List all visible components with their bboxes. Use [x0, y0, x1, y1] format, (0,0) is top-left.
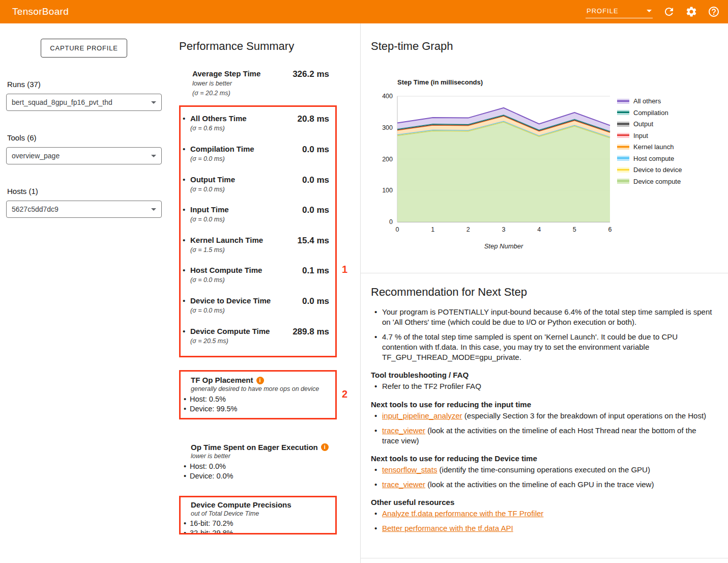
legend-label: Output	[633, 120, 653, 128]
recommendation-link[interactable]: trace_viewer	[382, 480, 425, 489]
metric-label: Input Time	[190, 205, 229, 214]
tools-select-value: overview_page	[12, 152, 60, 160]
hosts-select-value: 5627c5dd7dc9	[12, 205, 59, 213]
legend-item: Kernel launch	[617, 143, 682, 151]
bullet-dot: •	[183, 145, 190, 163]
dashboard-select-value: PROFILE	[587, 7, 619, 15]
chart-title: Step Time (in milliseconds)	[397, 78, 613, 86]
legend-swatch	[617, 99, 629, 104]
recommendation-list: input_pipeline_analyzer (especially Sect…	[371, 411, 715, 446]
metric-label: Output Time	[190, 175, 235, 184]
recommendation-list: tensorflow_stats (identify the time-cons…	[371, 465, 715, 490]
legend-swatch	[617, 179, 629, 184]
tf-op-placement-list: Host: 0.5% Device: 99.5%	[183, 395, 331, 414]
recommendation-item: 4.7 % of the total step time sampled is …	[371, 332, 715, 362]
tools-select[interactable]: overview_page	[6, 147, 162, 164]
hosts-label: Hosts (1)	[7, 187, 161, 195]
chart-wrap: Step Time (in milliseconds) 010020030040…	[374, 78, 613, 250]
chart-legend: All othersCompilationOutputInputKernel l…	[617, 97, 682, 185]
metric-sigma: (σ = 0.0 ms)	[190, 155, 254, 163]
capture-profile-button[interactable]: CAPTURE PROFILE	[41, 39, 127, 58]
right-panel: Step-time Graph Step Time (in millisecon…	[360, 23, 728, 563]
app-title: TensorBoard	[12, 6, 69, 17]
legend-label: Device to device	[633, 166, 682, 174]
svg-text:6: 6	[608, 226, 612, 233]
recommendation-section: Recommendation for Next Step Your progra…	[361, 273, 728, 558]
info-icon[interactable]: i	[321, 443, 329, 451]
sidebar: CAPTURE PROFILE Runs (37) bert_squad_8gp…	[0, 23, 168, 563]
chart-xaxis-label: Step Number	[397, 242, 610, 250]
recommendation-link[interactable]: Better performance with the tf.data API	[382, 524, 513, 532]
metric-sigma: (σ = 0.0 ms)	[190, 307, 271, 315]
legend-swatch	[617, 156, 629, 161]
runs-select-value: bert_squad_8gpu_fp16_pvt_thd	[12, 98, 112, 106]
metrics-list: •All Others Time(σ = 0.6 ms)20.8 ms•Comp…	[181, 109, 335, 352]
annotation-box-2: TF Op Placement i generally desired to h…	[179, 370, 337, 419]
performance-summary-panel: Performance Summary Average Step Time lo…	[168, 23, 360, 563]
recommendation-heading: Other useful resources	[371, 498, 715, 506]
eager-execution-list: Host: 0.0% Device: 0.0%	[183, 462, 331, 481]
info-icon[interactable]: i	[256, 377, 264, 384]
metric-value: 0.1 ms	[302, 266, 329, 285]
refresh-icon[interactable]	[663, 6, 675, 18]
hosts-select[interactable]: 5627c5dd7dc9	[6, 201, 162, 218]
legend-item: Output	[617, 120, 682, 128]
step-time-graph-title: Step-time Graph	[371, 40, 728, 53]
legend-label: Kernel launch	[633, 143, 674, 151]
metric-value: 15.4 ms	[298, 236, 329, 255]
svg-text:100: 100	[382, 187, 393, 194]
metric-value: 326.2 ms	[293, 69, 329, 97]
runs-select[interactable]: bert_squad_8gpu_fp16_pvt_thd	[6, 94, 162, 111]
dashboard-select[interactable]: PROFILE	[586, 5, 653, 18]
metric-sigma: (σ = 0.0 ms)	[190, 276, 262, 285]
metric-label: Device to Device Time	[190, 296, 271, 305]
recommendation-title: Recommendation for Next Step	[371, 286, 715, 299]
device-precisions-subtitle: out of Total Device Time	[191, 510, 331, 518]
metric-row: •Input Time(σ = 0.0 ms)0.0 ms	[181, 200, 335, 231]
chevron-down-icon	[647, 10, 652, 12]
recommendation-link[interactable]: Analyze tf.data performance with the TF …	[382, 509, 543, 518]
annotation-box-3: Device Compute Precisions out of Total D…	[179, 496, 337, 534]
metric-note: lower is better	[192, 80, 260, 88]
legend-swatch	[617, 122, 629, 127]
recommendation-item: input_pipeline_analyzer (especially Sect…	[371, 411, 715, 421]
recommendation-text: (look at the activities on the timeline …	[382, 426, 696, 445]
recommendation-link[interactable]: tensorflow_stats	[382, 465, 437, 474]
tools-label: Tools (6)	[7, 133, 161, 142]
eager-execution-block: Op Time Spent on Eager Execution i lower…	[179, 437, 337, 487]
recommendation-text: Refer to the TF2 Profiler FAQ	[382, 382, 481, 390]
metric-value: 0.0 ms	[302, 205, 329, 224]
metric-sigma: (σ = 0.0 ms)	[190, 186, 235, 194]
recommendation-item: tensorflow_stats (identify the time-cons…	[371, 465, 715, 475]
chevron-down-icon	[151, 208, 156, 211]
svg-text:200: 200	[382, 156, 393, 163]
list-item: 32-bit: 29.8%	[183, 528, 331, 534]
metric-label: Compilation Time	[190, 145, 254, 154]
svg-text:2: 2	[467, 226, 470, 233]
bullet-dot: •	[183, 327, 190, 346]
metric-sigma: (σ = 0.0 ms)	[190, 216, 229, 224]
recommendation-item: Refer to the TF2 Profiler FAQ	[371, 381, 715, 391]
help-icon[interactable]	[708, 6, 720, 18]
performance-summary-title: Performance Summary	[179, 40, 360, 53]
settings-icon[interactable]	[685, 6, 697, 18]
average-step-time-row: Average Step Time lower is better (σ = 2…	[179, 69, 337, 97]
legend-item: Host compute	[617, 155, 682, 162]
legend-item: Input	[617, 132, 682, 139]
legend-swatch	[617, 167, 629, 173]
metric-value: 0.0 ms	[302, 175, 329, 194]
metric-sigma: (σ = 20.5 ms)	[190, 337, 270, 346]
recommendation-text: (look at the activities on the timeline …	[425, 480, 654, 489]
recommendation-item: trace_viewer (look at the activities on …	[371, 426, 715, 446]
device-precisions-title: Device Compute Precisions	[191, 500, 292, 510]
metric-row: •Device Compute Time(σ = 20.5 ms)289.8 m…	[181, 322, 335, 352]
recommendation-link[interactable]: input_pipeline_analyzer	[382, 411, 462, 420]
recommendation-item: trace_viewer (look at the activities on …	[371, 480, 715, 490]
recommendation-text: 4.7 % of the total step time sampled is …	[382, 332, 678, 361]
annotation-number-1: 1	[342, 264, 347, 275]
svg-text:3: 3	[502, 226, 506, 233]
metric-row: •All Others Time(σ = 0.6 ms)20.8 ms	[181, 109, 335, 139]
recommendation-list: Refer to the TF2 Profiler FAQ	[371, 381, 715, 391]
recommendation-link[interactable]: trace_viewer	[382, 426, 425, 435]
metric-value: 0.0 ms	[302, 145, 329, 163]
